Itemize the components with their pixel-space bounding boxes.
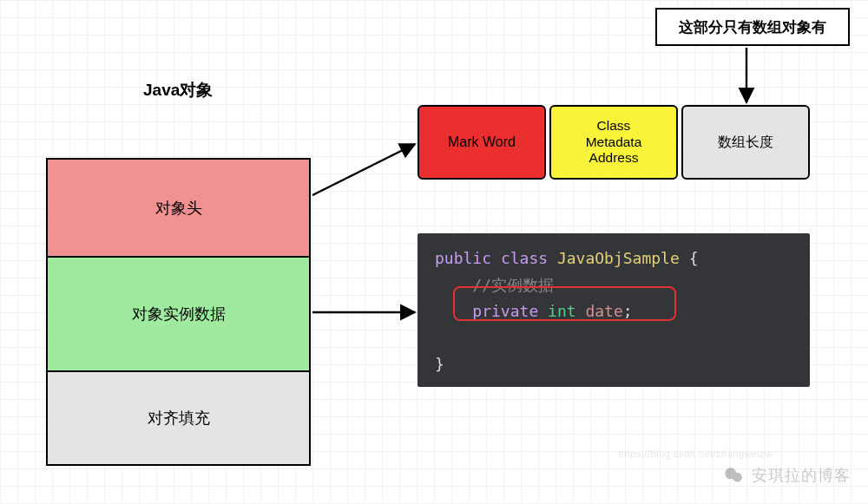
code-line-2: //实例数据 (435, 272, 792, 299)
diagram-title: Java对象 (143, 79, 213, 101)
segment-object-header: 对象头 (48, 160, 309, 258)
arrow-header-to-markword (312, 144, 415, 195)
array-only-callout: 这部分只有数组对象有 (655, 8, 850, 46)
code-line-4 (435, 325, 792, 352)
java-object-layout-column: 对象头 对象实例数据 对齐填充 (46, 158, 311, 466)
segment-instance-data: 对象实例数据 (48, 258, 309, 372)
segment-padding: 对齐填充 (48, 372, 309, 464)
block-array-length: 数组长度 (681, 105, 810, 180)
code-line-1: public class JavaObjSample { (435, 245, 792, 272)
watermark-text: 安琪拉的博客 (752, 465, 851, 486)
code-panel: public class JavaObjSample { //实例数据 priv… (418, 233, 810, 387)
code-line-3: private int date; (435, 298, 792, 325)
watermark: 安琪拉的博客 (722, 464, 851, 487)
block-mark-word: Mark Word (418, 105, 546, 180)
svg-point-1 (733, 473, 742, 482)
block-class-metadata-address: ClassMetadataAddress (549, 105, 678, 180)
code-line-5: } (435, 351, 792, 378)
wechat-icon (722, 464, 745, 487)
watermark-url: https://blog.csdn.net/zhangweizw (619, 448, 773, 459)
